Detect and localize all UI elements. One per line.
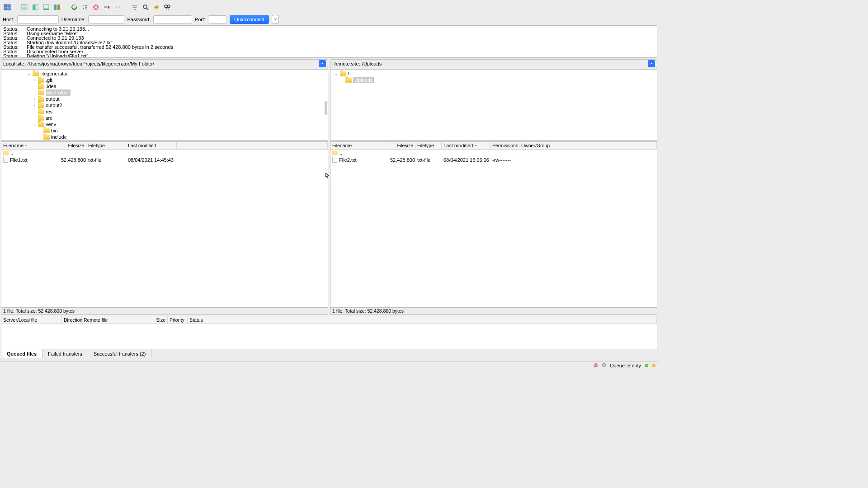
local-tree-scrollbar[interactable] (325, 101, 327, 115)
svg-rect-14 (85, 5, 87, 6)
local-file-list[interactable]: ..File1.txt52,428,800txt-file08/04/2021 … (1, 150, 328, 307)
folder-icon (38, 103, 44, 108)
col-permissions[interactable]: Permissions (491, 142, 519, 149)
col-last-modified[interactable]: Last modified (126, 142, 177, 149)
tree-item[interactable]: bin (1, 127, 328, 134)
parent-dir-row[interactable]: .. (1, 150, 328, 156)
message-log[interactable]: Status:Connecting to 3.21.29.133...Statu… (1, 25, 657, 58)
local-tree-pane[interactable]: ⌄filegenerator›.git.ideaMy Folder›output… (1, 69, 328, 141)
remote-site-bar: Remote site: (330, 59, 657, 68)
parent-dir-row[interactable]: .. (330, 150, 657, 156)
col-status[interactable]: Status (188, 316, 239, 324)
tree-item[interactable]: Uploads (330, 77, 657, 83)
file-row[interactable]: File2.txt52,428,800txt-file08/04/2021 15… (330, 156, 657, 163)
site-manager-icon[interactable] (3, 3, 12, 12)
col-remote-file[interactable]: Remote file (82, 316, 145, 324)
find-icon[interactable] (163, 3, 172, 12)
tree-item-label: .git (46, 77, 52, 83)
tree-item[interactable]: ⌄venv (1, 121, 328, 127)
col-filename[interactable]: Filename (330, 142, 388, 149)
col-filetype[interactable]: Filetype (415, 142, 442, 149)
queue-body[interactable] (1, 324, 657, 349)
process-queue-icon[interactable] (80, 3, 90, 12)
tree-item[interactable]: ›.git (1, 77, 328, 83)
local-site-dropdown[interactable] (319, 60, 326, 67)
col-filename[interactable]: Filename (3, 143, 24, 148)
remote-site-path[interactable] (362, 61, 648, 66)
toggle-tree-icon[interactable] (31, 3, 40, 12)
tree-item[interactable]: ⌄/ (330, 70, 657, 77)
col-last-modified[interactable]: Last modified (443, 143, 473, 148)
reconnect-icon[interactable] (113, 3, 122, 12)
folder-icon (38, 84, 44, 89)
tree-item[interactable]: ›output2 (1, 102, 328, 108)
file-icon (332, 157, 337, 163)
toggle-log-icon[interactable] (20, 3, 29, 12)
col-priority[interactable]: Priority (168, 316, 188, 324)
tree-toggle[interactable]: › (32, 102, 37, 108)
quickconnect-button[interactable]: Quickconnect (230, 15, 269, 24)
remote-file-list[interactable]: ..File2.txt52,428,800txt-file08/04/2021 … (330, 150, 657, 307)
col-size[interactable]: Size (145, 316, 168, 324)
tree-item-label: src (46, 115, 52, 121)
status-dot-green (645, 364, 648, 367)
local-site-bar: Local site: (1, 59, 328, 68)
tree-item[interactable]: res (1, 108, 328, 115)
folder-icon (345, 78, 352, 83)
remote-file-header[interactable]: Filename Filesize Filetype Last modified… (330, 142, 657, 150)
disconnect-icon[interactable] (102, 3, 111, 12)
tree-item[interactable]: include (1, 134, 328, 140)
queue-header[interactable]: Server/Local file Direction Remote file … (1, 316, 657, 324)
local-file-header[interactable]: Filename^ Filesize Filetype Last modifie… (1, 142, 328, 150)
file-row[interactable]: File1.txt52,428,800txt-file08/04/2021 14… (1, 156, 328, 163)
sync-icon[interactable] (152, 3, 161, 12)
col-filesize[interactable]: Filesize (59, 142, 86, 149)
quickconnect-history-dropdown[interactable] (272, 15, 279, 24)
folder-icon (38, 116, 44, 121)
col-filetype[interactable]: Filetype (86, 142, 126, 149)
log-message: Deleting "/Uploads/File1.txt" (27, 54, 88, 58)
username-input[interactable] (88, 15, 124, 23)
tree-toggle[interactable]: › (32, 77, 37, 83)
tree-toggle[interactable]: ⌄ (27, 70, 31, 77)
tree-item[interactable]: ⌄filegenerator (1, 70, 328, 77)
svg-rect-32 (594, 365, 597, 367)
remote-tree-pane[interactable]: ⌄/Uploads (330, 69, 657, 141)
col-owner-group[interactable]: Owner/Group (519, 142, 551, 149)
col-filesize[interactable]: Filesize (388, 142, 415, 149)
search-icon[interactable] (141, 3, 150, 12)
queue-status-label: Queue: empty (610, 363, 641, 368)
tab-successful-transfers[interactable]: Successful transfers (2) (88, 349, 152, 358)
tab-failed-transfers[interactable]: Failed transfers (42, 349, 88, 358)
password-input[interactable] (153, 15, 192, 23)
tree-item[interactable]: .idea (1, 83, 328, 89)
svg-point-29 (167, 5, 170, 8)
toggle-queue-icon[interactable] (42, 3, 51, 12)
tab-queued-files[interactable]: Queued files (1, 349, 42, 358)
tree-item[interactable]: ›output (1, 96, 328, 102)
tree-item[interactable]: My Folder (1, 89, 328, 96)
tree-toggle[interactable]: ⌄ (32, 121, 37, 127)
col-server-local-file[interactable]: Server/Local file (1, 316, 62, 324)
filter-icon[interactable] (130, 3, 139, 12)
cancel-icon[interactable] (91, 3, 100, 12)
host-input[interactable] (17, 15, 59, 23)
remote-site-dropdown[interactable] (648, 60, 655, 67)
tree-item-label: include (51, 134, 67, 140)
svg-rect-20 (104, 6, 108, 8)
tree-toggle[interactable]: ⌄ (334, 70, 339, 77)
tree-item-label: bin (51, 127, 58, 134)
tree-toggle[interactable]: › (32, 96, 37, 102)
tree-item-label: Uploads (353, 77, 374, 83)
col-direction[interactable]: Direction (62, 316, 82, 324)
local-site-path[interactable] (28, 61, 319, 66)
toggle-compare-icon[interactable] (52, 3, 61, 12)
tree-item-label: res (46, 108, 52, 115)
port-input[interactable] (208, 15, 227, 23)
refresh-icon[interactable] (70, 3, 79, 12)
queue-tabs: Queued files Failed transfers Successful… (1, 349, 657, 358)
tree-item[interactable]: src (1, 115, 328, 121)
lock-icon[interactable] (594, 363, 598, 368)
svg-point-28 (165, 5, 167, 8)
tasks-icon[interactable] (602, 363, 606, 368)
